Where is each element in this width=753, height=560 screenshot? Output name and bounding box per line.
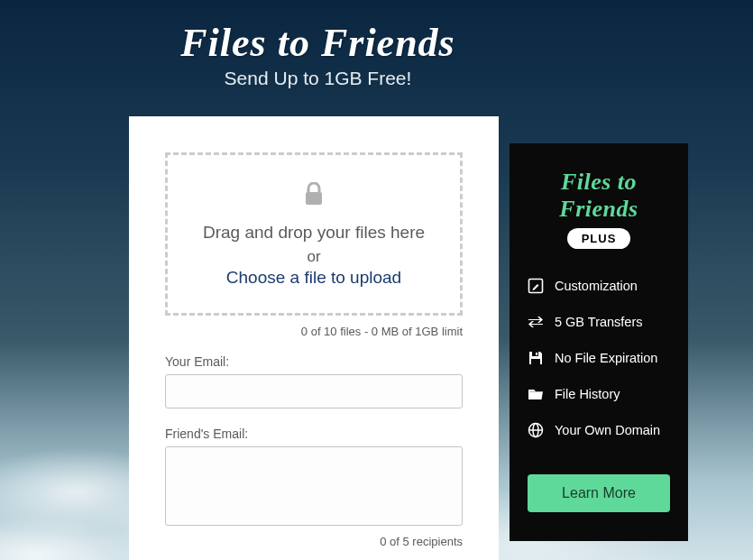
feature-label: File History <box>555 387 620 401</box>
plus-header: Files to Friends PLUS <box>528 169 670 249</box>
upload-card: Drag and drop your files here or Choose … <box>129 116 499 560</box>
drop-text-or: or <box>177 248 451 266</box>
plus-badge: PLUS <box>567 228 631 249</box>
plus-title: Files to Friends <box>528 169 670 223</box>
recipients-status: 0 of 5 recipients <box>165 535 463 548</box>
feature-label: No File Expiration <box>555 351 657 365</box>
svg-rect-0 <box>306 192 322 205</box>
logo-title: Files to Friends <box>0 20 753 66</box>
your-email-input[interactable] <box>165 374 463 409</box>
choose-file-link[interactable]: Choose a file to upload <box>177 268 451 288</box>
svg-rect-3 <box>531 359 540 364</box>
plus-card: Files to Friends PLUS Customization <box>510 143 688 541</box>
feature-label: Customization <box>555 279 638 293</box>
edit-icon <box>528 278 544 294</box>
globe-icon <box>528 422 544 438</box>
feature-label: 5 GB Transfers <box>555 315 643 329</box>
friends-email-label: Friend's Email: <box>165 427 463 441</box>
your-email-label: Your Email: <box>165 354 463 369</box>
drop-zone[interactable]: Drag and drop your files here or Choose … <box>165 152 463 316</box>
feature-item-domain: Your Own Domain <box>528 422 670 438</box>
save-icon <box>528 350 544 366</box>
feature-item-expiration: No File Expiration <box>528 350 670 366</box>
learn-more-button[interactable]: Learn More <box>528 474 670 512</box>
logo-subtitle: Send Up to 1GB Free! <box>0 68 753 89</box>
drop-text-main: Drag and drop your files here <box>177 220 451 246</box>
file-status: 0 of 10 files - 0 MB of 1GB limit <box>165 325 463 338</box>
feature-list: Customization 5 GB Transfers <box>528 278 670 438</box>
feature-item-history: File History <box>528 386 670 402</box>
feature-item-transfers: 5 GB Transfers <box>528 314 670 330</box>
friends-email-input[interactable] <box>165 446 463 526</box>
lock-icon <box>177 182 451 209</box>
page-header: Files to Friends Send Up to 1GB Free! <box>0 0 753 89</box>
feature-label: Your Own Domain <box>555 423 660 437</box>
svg-rect-4 <box>536 353 537 355</box>
feature-item-customization: Customization <box>528 278 670 294</box>
transfer-icon <box>528 314 544 330</box>
folder-icon <box>528 386 544 402</box>
